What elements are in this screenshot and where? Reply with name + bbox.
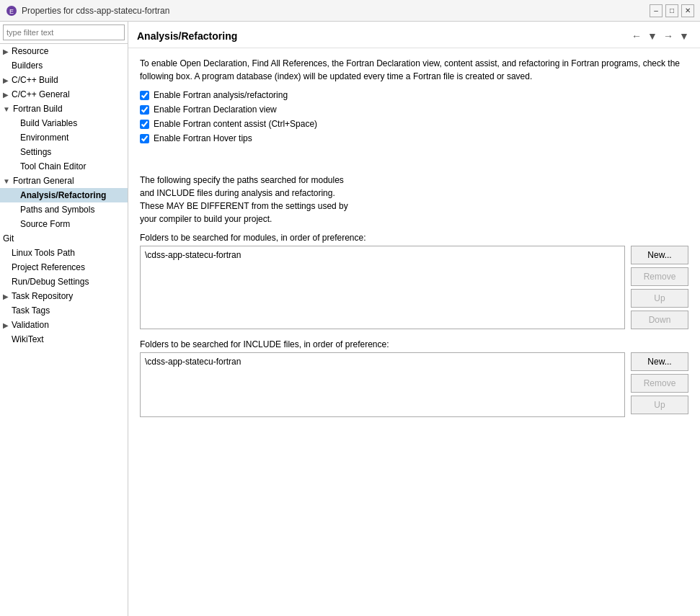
- content-area: Analysis/Refactoring ← ▼ → ▼ To enable O…: [128, 22, 700, 616]
- filter-input[interactable]: [3, 24, 125, 40]
- checkboxes-container: Enable Fortran analysis/refactoringEnabl…: [140, 90, 688, 143]
- sidebar-item-source-form[interactable]: Source Form: [0, 217, 128, 231]
- forward-arrow-btn[interactable]: ▼: [677, 29, 691, 43]
- sidebar-label-project-references: Project References: [12, 262, 85, 272]
- include-remove-button[interactable]: Remove: [631, 374, 688, 393]
- sidebar-item-paths-and-symbols[interactable]: Paths and Symbols: [0, 202, 128, 217]
- forward-button[interactable]: →: [661, 29, 675, 43]
- include-new-button[interactable]: New...: [631, 352, 688, 371]
- checkbox-row-enable-declaration: Enable Fortran Declaration view: [140, 104, 688, 115]
- tree-arrow-resource: ▶: [3, 48, 9, 55]
- tree-arrow-fortran-general: ▼: [3, 177, 10, 185]
- section2-line1: The following specify the paths searched…: [140, 175, 344, 185]
- sidebar-label-source-form: Source Form: [20, 219, 70, 229]
- checkbox-enable-declaration[interactable]: [140, 105, 149, 115]
- main-layout: ▶ResourceBuilders▶C/C++ Build▶C/C++ Gene…: [0, 22, 700, 616]
- include-section: Folders to be searched for INCLUDE files…: [140, 339, 688, 417]
- sidebar-item-fortran-general[interactable]: ▼Fortran General: [0, 174, 128, 188]
- sidebar-label-environment: Environment: [20, 133, 68, 143]
- sidebar-item-cpp-general[interactable]: ▶C/C++ General: [0, 87, 128, 102]
- sidebar-item-tool-chain-editor[interactable]: Tool Chain Editor: [0, 159, 128, 174]
- sidebar-item-run-debug-settings[interactable]: Run/Debug Settings: [0, 274, 128, 289]
- sidebar-label-run-debug-settings: Run/Debug Settings: [12, 277, 89, 287]
- modules-remove-button[interactable]: Remove: [631, 267, 688, 286]
- checkbox-enable-analysis[interactable]: [140, 91, 149, 100]
- sidebar-label-tool-chain-editor: Tool Chain Editor: [20, 161, 86, 171]
- sidebar-item-git[interactable]: Git: [0, 231, 128, 246]
- header-icons: ← ▼ → ▼: [629, 29, 691, 43]
- svg-text:E: E: [9, 8, 14, 15]
- sidebar: ▶ResourceBuilders▶C/C++ Build▶C/C++ Gene…: [0, 22, 128, 616]
- section2-line3: These MAY BE DIFFERENT from the settings…: [140, 201, 348, 211]
- sidebar-label-build-variables: Build Variables: [20, 118, 77, 128]
- tree-arrow-cpp-build: ▶: [3, 76, 9, 84]
- checkbox-label-enable-content-assist: Enable Fortran content assist (Ctrl+Spac…: [154, 119, 317, 129]
- sidebar-label-builders: Builders: [12, 61, 43, 71]
- modules-down-button[interactable]: Down: [631, 311, 688, 329]
- sidebar-item-analysis-refactoring[interactable]: Analysis/Refactoring: [0, 188, 128, 202]
- sidebar-label-task-tags: Task Tags: [12, 305, 50, 316]
- tree-arrow-validation: ▶: [3, 321, 9, 329]
- section2-line4: your compiler to build your project.: [140, 214, 272, 224]
- content-title: Analysis/Refactoring: [137, 30, 237, 42]
- tree-arrow-task-repository: ▶: [3, 293, 9, 300]
- sidebar-label-fortran-general: Fortran General: [13, 176, 74, 186]
- sidebar-item-linux-tools-path[interactable]: Linux Tools Path: [0, 246, 128, 260]
- sidebar-item-environment[interactable]: Environment: [0, 130, 128, 145]
- sidebar-item-validation[interactable]: ▶Validation: [0, 318, 128, 332]
- close-button[interactable]: ✕: [681, 4, 694, 17]
- app-icon: E: [6, 5, 17, 17]
- section-desc: The following specify the paths searched…: [140, 174, 688, 226]
- sidebar-item-resource[interactable]: ▶Resource: [0, 44, 128, 58]
- include-up-button[interactable]: Up: [631, 396, 688, 414]
- modules-label: Folders to be searched for modules, in o…: [140, 233, 688, 243]
- maximize-button[interactable]: □: [665, 4, 678, 17]
- include-btn-column: New... Remove Up: [631, 352, 688, 417]
- sidebar-label-cpp-build: C/C++ Build: [12, 75, 58, 85]
- modules-folder-content: \cdss-app-statecu-fortran New... Remove …: [140, 246, 688, 329]
- sidebar-item-wikitext[interactable]: WikiText: [0, 332, 128, 347]
- checkbox-row-enable-hover: Enable Fortran Hover tips: [140, 133, 688, 143]
- tree-container: ▶ResourceBuilders▶C/C++ Build▶C/C++ Gene…: [0, 44, 128, 347]
- checkbox-label-enable-hover: Enable Fortran Hover tips: [154, 133, 252, 143]
- tree-arrow-fortran-build: ▼: [3, 105, 10, 113]
- checkbox-enable-hover[interactable]: [140, 134, 149, 143]
- include-folder-content: \cdss-app-statecu-fortran New... Remove …: [140, 352, 688, 417]
- back-arrow-btn[interactable]: ▼: [645, 29, 660, 43]
- checkbox-row-enable-content-assist: Enable Fortran content assist (Ctrl+Spac…: [140, 119, 688, 129]
- minimize-button[interactable]: –: [650, 4, 663, 17]
- content-body: To enable Open Declaration, Find All Ref…: [128, 48, 700, 616]
- checkbox-label-enable-analysis: Enable Fortran analysis/refactoring: [154, 90, 288, 100]
- sidebar-item-project-references[interactable]: Project References: [0, 260, 128, 274]
- sidebar-item-task-tags[interactable]: Task Tags: [0, 303, 128, 318]
- sidebar-label-resource: Resource: [12, 46, 48, 56]
- sidebar-item-task-repository[interactable]: ▶Task Repository: [0, 289, 128, 303]
- tree-arrow-cpp-general: ▶: [3, 91, 9, 99]
- sidebar-label-cpp-general: C/C++ General: [12, 89, 70, 99]
- sidebar-label-validation: Validation: [12, 320, 49, 330]
- modules-new-button[interactable]: New...: [631, 246, 688, 264]
- modules-list[interactable]: \cdss-app-statecu-fortran: [140, 246, 625, 329]
- description-text: To enable Open Declaration, Find All Ref…: [140, 57, 688, 83]
- sidebar-item-cpp-build[interactable]: ▶C/C++ Build: [0, 73, 128, 87]
- filter-box: [0, 22, 128, 44]
- sidebar-label-task-repository: Task Repository: [12, 291, 73, 301]
- title-bar: E Properties for cdss-app-statecu-fortra…: [0, 0, 700, 22]
- back-button[interactable]: ←: [629, 29, 644, 43]
- modules-btn-column: New... Remove Up Down: [631, 246, 688, 329]
- checkbox-enable-content-assist[interactable]: [140, 120, 149, 129]
- include-list[interactable]: \cdss-app-statecu-fortran: [140, 352, 625, 417]
- include-list-item: \cdss-app-statecu-fortran: [143, 356, 621, 367]
- sidebar-label-fortran-build: Fortran Build: [13, 104, 63, 114]
- modules-up-button[interactable]: Up: [631, 289, 688, 308]
- window-title: Properties for cdss-app-statecu-fortran: [22, 6, 169, 16]
- sidebar-item-fortran-build[interactable]: ▼Fortran Build: [0, 102, 128, 116]
- sidebar-item-builders[interactable]: Builders: [0, 58, 128, 73]
- sidebar-item-build-variables[interactable]: Build Variables: [0, 116, 128, 130]
- sidebar-item-settings[interactable]: Settings: [0, 145, 128, 159]
- sidebar-label-git: Git: [3, 233, 14, 244]
- modules-section: Folders to be searched for modules, in o…: [140, 233, 688, 329]
- include-label: Folders to be searched for INCLUDE files…: [140, 339, 688, 349]
- sidebar-label-settings: Settings: [20, 147, 51, 157]
- content-header: Analysis/Refactoring ← ▼ → ▼: [128, 22, 700, 48]
